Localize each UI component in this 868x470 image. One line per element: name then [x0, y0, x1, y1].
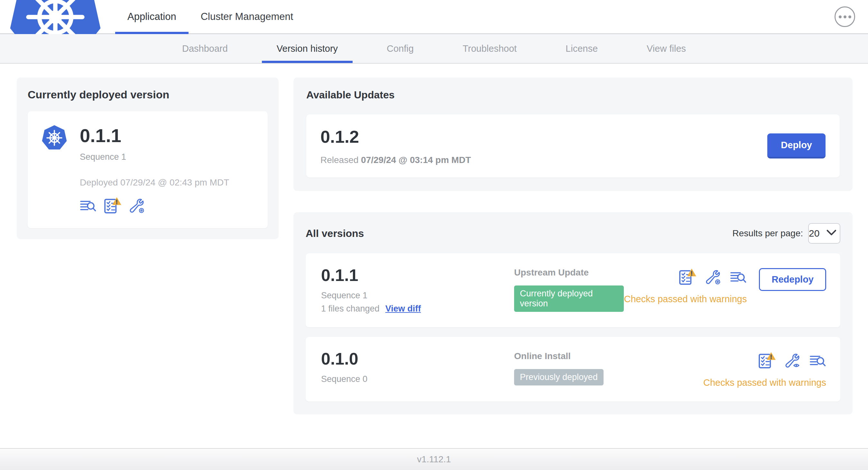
preflight-checks-warning-icon[interactable] [758, 352, 776, 369]
update-released-line: Released 07/29/24 @ 03:14 pm MDT [320, 155, 471, 165]
available-updates-title: Available Updates [306, 89, 840, 101]
footer: v1.112.1 [0, 448, 868, 470]
config-wrench-gear-icon[interactable] [705, 269, 722, 286]
active-tab-underline [115, 32, 189, 34]
kubernetes-logo-icon [7, 0, 103, 33]
config-wrench-eye-icon[interactable] [784, 353, 801, 369]
checks-status-text: Checks passed with warnings [703, 377, 826, 388]
ellipsis-icon [839, 15, 842, 18]
version-source: Online Install [514, 351, 703, 361]
all-versions-card: All versions Results per page: 20 0.1.1 … [293, 212, 852, 414]
top-navbar: Application Cluster Management [0, 0, 868, 34]
results-per-page-select[interactable]: 20 [808, 223, 840, 244]
right-column: Available Updates 0.1.2 Released 07/29/2… [293, 77, 852, 414]
topnav-spacer [305, 0, 835, 33]
version-number: 0.1.0 [321, 349, 514, 368]
available-update-info: 0.1.2 Released 07/29/24 @ 03:14 pm MDT [320, 127, 471, 165]
logs-icon[interactable] [730, 269, 747, 286]
currently-deployed-title: Currently deployed version [28, 89, 268, 101]
main-content: Currently deployed version 0.1.1 Sequenc… [0, 64, 868, 448]
subtab-view-files[interactable]: View files [630, 34, 703, 63]
version-row-left: 0.1.0 Sequence 0 [321, 349, 514, 384]
subtab-dashboard[interactable]: Dashboard [165, 34, 245, 63]
version-icons [679, 268, 747, 286]
version-sequence: Sequence 1 [321, 291, 514, 301]
version-icons-column: Checks passed with warnings [703, 352, 826, 388]
more-options-button[interactable] [835, 6, 855, 27]
all-versions-title: All versions [306, 228, 364, 239]
currently-deployed-card: Currently deployed version 0.1.1 Sequenc… [17, 77, 279, 239]
update-version-number: 0.1.2 [320, 127, 471, 146]
kubernetes-app-icon [41, 124, 68, 151]
results-per-page-label: Results per page: [733, 228, 803, 239]
version-icons-column: Checks passed with warnings [624, 268, 747, 304]
version-row-middle: Upstream Update Currently deployed versi… [514, 266, 624, 312]
subtab-version-history[interactable]: Version history [260, 34, 354, 63]
preflight-checks-warning-icon[interactable] [679, 268, 696, 286]
version-row-middle: Online Install Previously deployed [514, 349, 703, 385]
version-sequence: Sequence 0 [321, 374, 514, 384]
version-row-actions: Checks passed with warnings Redeploy [624, 266, 826, 304]
version-icons [758, 352, 826, 369]
version-row-011: 0.1.1 Sequence 1 1 files changed View di… [306, 253, 840, 327]
logs-icon[interactable] [809, 353, 826, 369]
files-changed-line: 1 files changed View diff [321, 304, 514, 314]
update-released-date: 07/29/24 @ 03:14 pm MDT [361, 155, 471, 165]
all-versions-header: All versions Results per page: 20 [306, 223, 840, 244]
version-number: 0.1.1 [321, 266, 514, 285]
view-diff-link[interactable]: View diff [385, 304, 421, 314]
deploy-button[interactable]: Deploy [767, 133, 826, 159]
version-source: Upstream Update [514, 267, 624, 278]
subtab-troubleshoot[interactable]: Troubleshoot [446, 34, 533, 63]
console-version: v1.112.1 [417, 454, 451, 465]
status-badge: Previously deployed [514, 369, 603, 385]
available-updates-card: Available Updates 0.1.2 Released 07/29/2… [293, 77, 852, 191]
currently-deployed-panel: 0.1.1 Sequence 1 Deployed 07/29/24 @ 02:… [28, 111, 268, 228]
available-update-panel: 0.1.2 Released 07/29/24 @ 03:14 pm MDT D… [306, 114, 840, 177]
results-per-page: Results per page: 20 [733, 223, 840, 244]
subtab-license[interactable]: License [549, 34, 615, 63]
preflight-checks-warning-icon[interactable] [103, 197, 122, 214]
checks-status-text: Checks passed with warnings [624, 294, 747, 304]
active-subtab-underline [262, 61, 352, 63]
currently-deployed-info: 0.1.1 Sequence 1 Deployed 07/29/24 @ 02:… [80, 124, 229, 214]
config-wrench-gear-icon[interactable] [129, 198, 146, 214]
tab-application[interactable]: Application [115, 0, 189, 33]
top-tabs: Application Cluster Management [115, 0, 305, 33]
tab-cluster-management-label: Cluster Management [201, 11, 293, 23]
deployed-version-number: 0.1.1 [80, 126, 229, 146]
chevron-down-icon [823, 224, 840, 243]
tab-application-label: Application [127, 11, 176, 23]
tab-cluster-management[interactable]: Cluster Management [189, 0, 306, 33]
deployed-sequence: Sequence 1 [80, 152, 229, 162]
status-badge: Currently deployed version [514, 286, 624, 312]
deployed-timestamp: Deployed 07/29/24 @ 02:43 pm MDT [80, 177, 229, 188]
version-row-left: 0.1.1 Sequence 1 1 files changed View di… [321, 266, 514, 314]
kots-admin-console: Application Cluster Management Dashboard… [0, 0, 868, 470]
version-row-010: 0.1.0 Sequence 0 Online Install Previous… [306, 337, 840, 402]
left-column: Currently deployed version 0.1.1 Sequenc… [17, 77, 279, 239]
redeploy-button[interactable]: Redeploy [759, 268, 826, 291]
deployed-version-actions [80, 197, 229, 214]
subtab-config[interactable]: Config [370, 34, 430, 63]
app-subnav: Dashboard Version history Config Trouble… [0, 34, 868, 64]
logs-icon[interactable] [80, 198, 96, 214]
version-row-actions: Checks passed with warnings [703, 349, 826, 388]
